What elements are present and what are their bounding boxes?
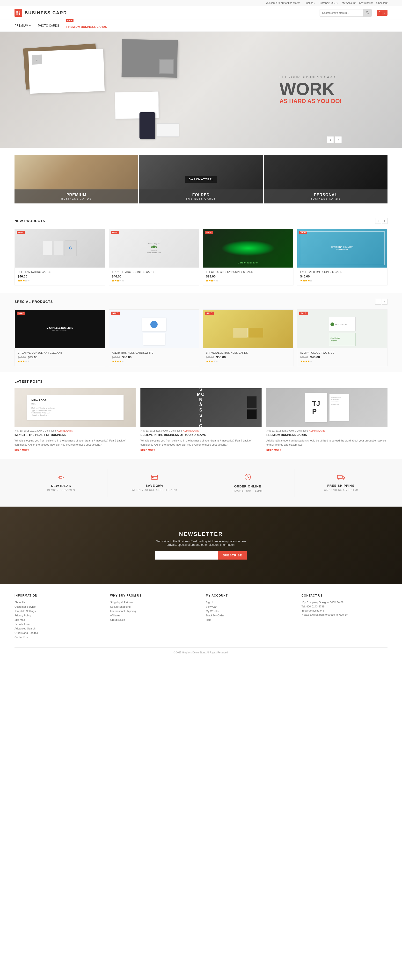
post-3-read-more[interactable]: READ MORE	[266, 449, 281, 452]
footer-link-view-cart[interactable]: View Cart	[206, 605, 292, 608]
category-premium-title: PREMIUM	[18, 193, 135, 197]
checkout-link[interactable]: Checkout	[377, 2, 388, 4]
product-self-laminating[interactable]: NEW G SELF LAMINATING CARDS $46.00 ★★★★★	[14, 229, 105, 285]
product-name-1: SELF LAMINATING CARDS	[17, 270, 102, 274]
product-badge-sale-4: SALE	[299, 312, 308, 315]
nav-premium-label: PREMIUM	[14, 24, 28, 27]
footer-contact-tel: Tel: 800-0143-4739	[302, 605, 388, 608]
footer-link-customer-service[interactable]: Customer Service	[14, 605, 100, 608]
category-premium[interactable]: PREMIUM BUSINESS CARDS	[14, 155, 138, 204]
my-account-link[interactable]: My Account	[342, 2, 356, 4]
new-products-prev[interactable]: ‹	[375, 218, 381, 224]
nav-item-premium-business-cards[interactable]: SALE PREMIUM BUSINESS CARDS	[66, 20, 106, 32]
hero-subtitle: LET YOUR BUSINESS CARD	[280, 75, 342, 79]
footer-link-sign-in[interactable]: Sign In	[206, 601, 292, 604]
post-3: TJP some text heremore detailscontact in…	[266, 388, 388, 452]
product-3hi-metallic[interactable]: SALE 3HI METALLIC BUSINESS CARDS $65.00 …	[203, 309, 294, 366]
product-lace-pattern[interactable]: NEW CATRIONA GELACURAQUA FLOWER LACE PAT…	[297, 229, 388, 285]
footer-information: INFORMATION About Us Customer Service Te…	[14, 594, 100, 640]
special-stars-3: ★★★★★	[206, 360, 290, 363]
product-avery-white[interactable]: SALE AVERY BUSINESS CARDSWHITE $46.00 $8…	[109, 309, 199, 366]
feature-title-1: NEW IDEAS	[19, 484, 103, 488]
category-folded[interactable]: DARKMATTER. FOLDED BUSINESS CARDS	[139, 155, 263, 204]
post-1-date: JAN 10, 2015 9:22:19 AM	[14, 430, 42, 432]
footer-link-advanced-search[interactable]: Advanced Search	[14, 627, 100, 630]
footer-link-about[interactable]: About Us	[14, 601, 100, 604]
footer-link-my-wishlist[interactable]: My Wishlist	[206, 609, 292, 612]
logo[interactable]: BUSINESS CARD	[14, 9, 67, 17]
post-2-text-visual: SMONÅSSIO	[197, 387, 205, 429]
hero-next-button[interactable]: ›	[335, 136, 342, 143]
newsletter-subscribe-button[interactable]: SUBSCRIBE	[218, 551, 247, 560]
newsletter-email-input[interactable]	[155, 551, 218, 560]
footer-link-contact-us[interactable]: Contact Us	[14, 636, 100, 639]
nav-item-premium[interactable]: PREMIUM ▾	[14, 21, 31, 30]
footer-contact-email: Info@demosite.org	[302, 609, 388, 612]
special-products-section: SPECIAL PRODUCTS ‹ › SALE MICHAELLE ROBE…	[0, 293, 402, 372]
footer: INFORMATION About Us Customer Service Te…	[0, 584, 402, 659]
nav-item-photo-cards[interactable]: PHOTO CARDS	[38, 21, 59, 30]
post-1-img: NINA ROOS DBA Mark 115 (Director of sect…	[14, 388, 136, 427]
post-1-read-more[interactable]: READ MORE	[14, 449, 29, 452]
svg-rect-1	[19, 11, 20, 13]
product-stars-2: ★★★★★	[112, 279, 196, 282]
product-avery-white-info: AVERY BUSINESS CARDSWHITE $46.00 $80.00 …	[109, 348, 199, 366]
category-premium-subtitle: BUSINESS CARDS	[18, 197, 135, 200]
footer-link-group-sales[interactable]: Group Sales	[110, 618, 196, 621]
mockup-phone	[140, 112, 155, 139]
product-name-2: YOUNG LIVING BUSINESS CARDS	[112, 270, 196, 274]
electric-glow-effect	[221, 240, 275, 256]
category-personal[interactable]: PERSONAL BUSINESS CARDS	[264, 155, 388, 204]
nav-bar: PREMIUM ▾ PHOTO CARDS SALE PREMIUM BUSIN…	[0, 20, 402, 32]
special-products-prev[interactable]: ‹	[375, 299, 381, 305]
footer-link-privacy-policy[interactable]: Privacy Policy	[14, 614, 100, 617]
post-2-excerpt: What is stopping you from believing in t…	[140, 439, 262, 447]
search-input[interactable]	[320, 10, 363, 16]
special-product-pricing-4: $50.00 $40.00	[300, 355, 385, 359]
post-2-read-more[interactable]: READ MORE	[140, 449, 155, 452]
footer-link-orders-returns[interactable]: Orders and Returns	[14, 632, 100, 634]
my-wishlist-link[interactable]: My Wishlist	[359, 2, 373, 4]
footer-link-template-settings[interactable]: Template Settings	[14, 609, 100, 612]
new-products-next[interactable]: ›	[382, 218, 388, 224]
special-stars-2: ★★★★★	[112, 360, 196, 363]
hero-prev-button[interactable]: ‹	[327, 136, 334, 143]
post-3-author1: ADMIN	[309, 430, 317, 432]
nav-premium-bc-label: PREMIUM BUSINESS CARDS	[66, 25, 106, 29]
language-selector[interactable]: English ▾	[305, 2, 315, 4]
search-button[interactable]	[363, 10, 372, 16]
product-creative-consultant[interactable]: SALE MICHAELLE ROBERTS Graphic Designer …	[14, 309, 105, 366]
special-old-price-1: $46.00	[17, 356, 26, 359]
product-young-living[interactable]: NEW calm city join oils wellness yourweb…	[109, 229, 199, 285]
special-products-header: SPECIAL PRODUCTS ‹ ›	[14, 299, 388, 305]
post-3-title: PREMIUM BUSINESS CARDS	[266, 433, 388, 437]
truck-icon	[299, 474, 383, 481]
post-3-meta: JAN 10, 2015 8:48:09 AM 0 Comments ADMIN…	[266, 430, 388, 432]
category-folded-title: FOLDED	[142, 193, 259, 197]
new-products-nav: ‹ ›	[375, 218, 388, 224]
footer-link-search-term[interactable]: Search Term	[14, 623, 100, 625]
avery-white-visual	[142, 318, 166, 345]
footer-link-affiliates[interactable]: Affiliates	[110, 614, 196, 617]
cart-button[interactable]: 0	[377, 10, 388, 16]
svg-rect-3	[19, 13, 20, 15]
latest-posts-section: Latest Posts NINA ROOS DBA Mark 115 (Dir…	[0, 372, 402, 459]
footer-link-site-map[interactable]: Site Map	[14, 618, 100, 621]
product-badge-sale-2: SALE	[111, 312, 120, 315]
footer-link-track-order[interactable]: Track My Order	[206, 614, 292, 617]
footer-my-account: MY ACCOUNT Sign In View Cart My Wishlist…	[206, 594, 292, 640]
product-avery-folded[interactable]: SALE Avery Business Card DesignTemplate …	[297, 309, 388, 366]
footer-link-help[interactable]: Help	[206, 618, 292, 621]
special-products-next[interactable]: ›	[382, 299, 388, 305]
footer-link-international-shipping[interactable]: International Shipping	[110, 609, 196, 612]
currency-selector[interactable]: Currency: USD ▾	[319, 2, 338, 4]
footer-link-shipping-returns[interactable]: Shipping & Returns	[110, 601, 196, 604]
product-avery-folded-info: AVERY FOLDED TWO SIDE $50.00 $40.00 ★★★★…	[297, 348, 388, 366]
product-avery-folded-img: SALE Avery Business Card DesignTemplate	[297, 310, 388, 348]
product-self-laminating-info: SELF LAMINATING CARDS $46.00 ★★★★★	[15, 267, 105, 285]
footer-my-account-title: MY ACCOUNT	[206, 594, 292, 597]
product-electric-glossy[interactable]: NEW Gordon Elevation ELECTRIC GLOSSY BUS…	[203, 229, 294, 285]
footer-link-secure-shopping[interactable]: Secure Shopping	[110, 605, 196, 608]
hero-banner: GI LET YOUR BUSINESS CARD WORK AS HARD A…	[0, 32, 402, 148]
post-2-date: JAN 10, 2015 8:28:09 AM	[140, 430, 168, 432]
